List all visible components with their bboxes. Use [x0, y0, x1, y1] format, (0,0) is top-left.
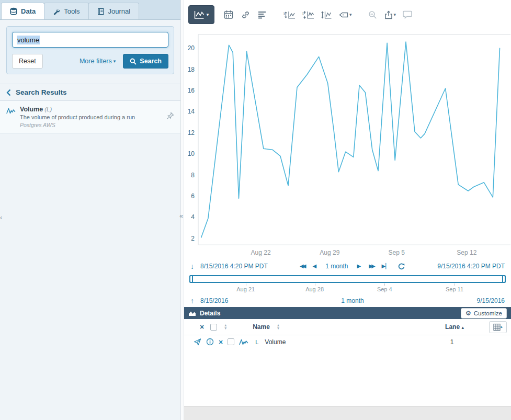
column-header-name[interactable]: Name	[253, 323, 270, 331]
range-slider-track[interactable]	[189, 275, 506, 283]
panel-divider[interactable]: «	[180, 0, 184, 420]
time-nav-controls: ◀◀ ◀ 1 month ▶ ▶▶ ▶▏	[300, 263, 405, 270]
investigate-range-end[interactable]: 9/15/2016	[477, 297, 505, 304]
link-button[interactable]	[239, 7, 252, 22]
details-table-header: × ▴▾ Name ▴▾ Lane ▴	[184, 319, 511, 335]
tab-data[interactable]: Data	[1, 3, 44, 19]
workbench: Data Tools Journal volume Reset More fil…	[0, 0, 511, 420]
pin-icon[interactable]	[166, 112, 174, 122]
range-slider-right-handle[interactable]	[502, 275, 506, 283]
caret-down-icon: ▾	[349, 12, 352, 17]
annotate-button[interactable]	[401, 7, 414, 22]
item-info-icon[interactable]	[206, 338, 214, 346]
range-slider-left-handle[interactable]	[189, 275, 193, 283]
slider-tick-label: Aug 21	[236, 286, 255, 292]
more-filters-link[interactable]: More filters ▾	[80, 58, 116, 65]
display-range-duration[interactable]: 1 month	[325, 263, 348, 270]
select-all-checkbox[interactable]	[210, 324, 217, 331]
svg-text:Aug 29: Aug 29	[320, 249, 339, 256]
copy-range-up-icon[interactable]: ↑	[190, 297, 194, 305]
tab-journal[interactable]: Journal	[88, 3, 140, 19]
reset-button[interactable]: Reset	[12, 54, 43, 69]
slider-tick	[384, 283, 385, 286]
svg-text:Sep 12: Sep 12	[457, 249, 476, 256]
search-input-value: volume	[17, 36, 40, 44]
pan-forward-double-icon[interactable]: ▶▶	[369, 264, 373, 269]
sort-selection-icon[interactable]: ▴▾	[224, 324, 226, 330]
link-icon	[241, 10, 250, 19]
pan-to-end-icon[interactable]: ▶▏	[382, 264, 390, 269]
slider-tick-label: Aug 28	[305, 286, 324, 292]
svg-text:2: 2	[191, 235, 195, 242]
remove-all-icon[interactable]: ×	[200, 323, 204, 331]
one-lane-icon: 1	[283, 10, 296, 19]
slider-axis: Aug 21Aug 28Sep 4Sep 11	[189, 283, 506, 294]
one-lane-button[interactable]: 1	[281, 7, 297, 22]
item-checkbox[interactable]	[228, 338, 234, 345]
sort-name-icon[interactable]: ▴▾	[277, 324, 279, 330]
slider-tick	[455, 283, 455, 286]
refresh-icon[interactable]	[398, 263, 405, 270]
lane-per-item-button[interactable]: 1	[300, 7, 316, 22]
signal-icon	[6, 107, 16, 117]
autoscale-button[interactable]	[319, 7, 334, 22]
labels-dropdown-button[interactable]: ▾	[337, 7, 354, 22]
add-column-button[interactable]	[489, 321, 507, 333]
date-range-button[interactable]	[222, 7, 235, 22]
display-range-start[interactable]: 8/15/2016 4:20 PM PDT	[200, 263, 268, 270]
details-panel: Details ⚙ Customize × ▴▾ Name ▴▾ Lane ▴	[184, 307, 511, 406]
investigate-range-start[interactable]: 8/15/2016	[200, 297, 228, 304]
panel-tabbar: Data Tools Journal	[0, 0, 180, 20]
lane-header-label: Lane	[445, 323, 460, 331]
details-row-volume[interactable]: × L Volume 1	[184, 335, 511, 348]
search-icon	[130, 58, 137, 65]
search-button[interactable]: Search	[123, 54, 168, 69]
sort-down-glyph: ▾	[277, 327, 279, 330]
search-input[interactable]: volume	[12, 32, 168, 48]
range-selector: Aug 21Aug 28Sep 4Sep 11	[184, 273, 511, 294]
details-panel-header: Details ⚙ Customize	[184, 307, 511, 319]
svg-text:12: 12	[188, 129, 195, 137]
edge-collapse-icon[interactable]: ‹	[0, 213, 2, 221]
search-actions: Reset More filters ▾ Search	[12, 54, 168, 69]
svg-text:8: 8	[191, 172, 195, 179]
copy-range-down-icon[interactable]: ↓	[190, 262, 194, 270]
zoom-out-icon	[368, 10, 377, 19]
calendar-icon	[224, 10, 233, 19]
data-panel: Data Tools Journal volume Reset More fil…	[0, 0, 180, 420]
trend-chart-svg: 2468101214161820Aug 22Aug 29Sep 5Sep 12	[184, 29, 511, 257]
samples-table-button[interactable]	[255, 7, 269, 22]
investigate-range-duration[interactable]: 1 month	[341, 297, 364, 304]
search-result-volume[interactable]: Volume(L) The volume of product produced…	[0, 101, 180, 133]
export-dropdown-button[interactable]: ▾	[383, 7, 398, 22]
collapse-panel-icon[interactable]: «	[179, 212, 183, 220]
zoom-out-button[interactable]	[366, 7, 380, 22]
search-box: volume Reset More filters ▾ Search	[6, 26, 174, 74]
item-name[interactable]: Volume	[265, 338, 286, 346]
speech-bubble-icon	[403, 10, 412, 19]
column-header-lane[interactable]: Lane ▴	[440, 323, 464, 331]
pan-forward-icon[interactable]: ▶	[357, 264, 361, 269]
chart-type-dropdown-button[interactable]: ▾	[188, 5, 214, 24]
caret-down-icon: ▾	[394, 12, 396, 17]
pan-back-icon[interactable]: ◀	[312, 264, 316, 269]
item-symbol: L	[255, 339, 258, 345]
slider-tick-label: Sep 4	[377, 286, 392, 292]
svg-text:Aug 22: Aug 22	[251, 249, 271, 256]
display-range-end[interactable]: 9/15/2016 4:20 PM PDT	[437, 263, 505, 270]
sort-down-glyph: ▾	[224, 327, 226, 330]
trend-chart[interactable]: 2468101214161820Aug 22Aug 29Sep 5Sep 12	[184, 29, 511, 259]
pan-back-double-icon[interactable]: ◀◀	[300, 264, 304, 269]
svg-text:Sep 5: Sep 5	[388, 249, 405, 256]
details-title: Details	[200, 310, 220, 317]
horizontal-bars-icon	[258, 11, 267, 19]
remove-item-icon[interactable]: ×	[219, 338, 223, 346]
customize-button[interactable]: ⚙ Customize	[461, 308, 507, 319]
tab-tools[interactable]: Tools	[44, 3, 88, 19]
journal-icon	[97, 8, 105, 15]
search-button-label: Search	[140, 58, 162, 65]
navigate-to-item-icon[interactable]	[194, 338, 201, 346]
svg-text:16: 16	[188, 87, 195, 94]
svg-text:4: 4	[191, 213, 195, 221]
back-chevron-icon[interactable]	[6, 89, 11, 96]
